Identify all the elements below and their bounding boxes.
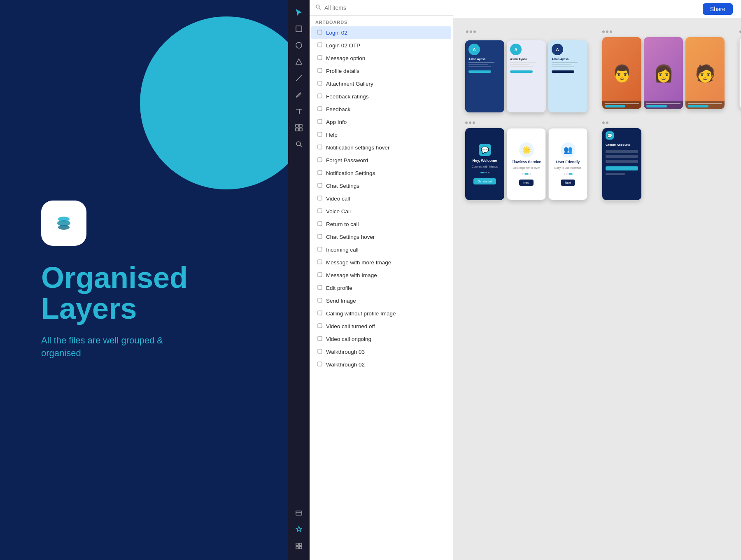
svg-rect-32	[318, 170, 322, 175]
svg-rect-28	[318, 119, 322, 124]
artboard-item[interactable]: Feedback ratings	[311, 90, 451, 103]
artboard-item[interactable]: App Info	[311, 116, 451, 128]
artboard-label: Chat Settings hover	[326, 234, 375, 240]
decorative-circle	[140, 16, 288, 189]
artboard-item[interactable]: Chat Settings	[311, 180, 451, 192]
svg-rect-22	[318, 43, 322, 47]
artboard-item[interactable]: Help	[311, 128, 451, 141]
svg-line-20	[319, 8, 321, 10]
search-panel-icon[interactable]	[291, 137, 306, 152]
artboard-label: Walkthrough 02	[326, 362, 365, 368]
artboard-item[interactable]: Forget Password	[311, 154, 451, 167]
share-button[interactable]: Share	[703, 3, 733, 15]
artboard-label: Notification Settings	[326, 170, 375, 176]
artboard-item[interactable]: Login 02 OTP	[311, 39, 451, 52]
svg-rect-25	[318, 81, 322, 85]
artboard-label: Edit profile	[326, 285, 352, 291]
artboard-item[interactable]: Message with more Image	[311, 256, 451, 269]
artboard-item[interactable]: Message with Image	[311, 269, 451, 282]
artboard-item[interactable]: Video call ongoing	[311, 333, 451, 345]
phone-photo-2: 👩	[644, 37, 683, 109]
svg-point-3	[58, 225, 70, 230]
artboard-icon	[317, 323, 323, 330]
component-icon[interactable]	[291, 120, 306, 135]
svg-rect-47	[318, 362, 322, 366]
artboard-item[interactable]: Feedback	[311, 103, 451, 116]
svg-rect-16	[299, 543, 302, 546]
artboard-icon	[317, 361, 323, 368]
artboard-item[interactable]: Incoming call	[311, 243, 451, 256]
artboard-item[interactable]: Video call turned off	[311, 320, 451, 333]
search-input[interactable]	[324, 5, 447, 11]
svg-point-11	[296, 142, 301, 146]
svg-rect-17	[296, 546, 298, 549]
artboard-label: Send Image	[326, 298, 356, 304]
artboard-icon	[317, 348, 323, 355]
artboard-icon	[317, 221, 323, 228]
svg-rect-41	[318, 285, 322, 289]
artboard-item[interactable]: Message option	[311, 52, 451, 65]
svg-rect-46	[318, 349, 322, 353]
artboard-label: Video call turned off	[326, 323, 375, 329]
artboard-item[interactable]: Notification settings hover	[311, 141, 451, 154]
artboard-item[interactable]: Login 02	[311, 26, 451, 39]
artboard-icon	[317, 119, 323, 126]
assets-icon[interactable]	[291, 522, 306, 537]
artboard-item[interactable]: Return to call	[311, 218, 451, 231]
svg-rect-10	[299, 128, 302, 131]
svg-rect-24	[318, 68, 322, 72]
svg-rect-45	[318, 336, 322, 341]
svg-rect-8	[299, 124, 302, 127]
artboard-item[interactable]: Chat Settings hover	[311, 231, 451, 243]
canvas[interactable]: A Aslan Ayasa A	[453, 18, 741, 560]
phone-onboard-3: 👥 User Friendly Easy to use interface Ne…	[548, 128, 587, 200]
canvas-row-2: 💬 Hey, Welcome Connect with friends Get …	[465, 121, 729, 200]
artboard-item[interactable]: Profile details	[311, 65, 451, 77]
artboard-item[interactable]: Walkthrough 03	[311, 345, 451, 358]
svg-rect-36	[318, 222, 322, 226]
artboard-item[interactable]: Walkthrough 02	[311, 358, 451, 371]
svg-rect-42	[318, 298, 322, 302]
triangle-icon[interactable]	[291, 54, 306, 69]
artboard-label: Message with Image	[326, 272, 377, 278]
svg-rect-26	[318, 94, 322, 98]
artboard-icon	[317, 106, 323, 113]
artboard-icon	[317, 93, 323, 100]
artboard-label: Help	[326, 132, 338, 138]
svg-rect-29	[318, 132, 322, 136]
artboard-label: Notification settings hover	[326, 145, 390, 151]
svg-rect-33	[318, 183, 322, 187]
svg-rect-30	[318, 145, 322, 149]
line-icon[interactable]	[291, 71, 306, 86]
phone-onboard-1: 💬 Hey, Welcome Connect with friends Get …	[465, 128, 504, 200]
artboard-label: Feedback	[326, 106, 350, 112]
artboard-icon	[317, 170, 323, 177]
artboard-icon	[317, 131, 323, 138]
artboard-item[interactable]: Video call	[311, 192, 451, 205]
svg-rect-39	[318, 260, 322, 264]
artboard-icon	[317, 285, 323, 292]
text-icon[interactable]	[291, 104, 306, 119]
artboard-item[interactable]: Edit profile	[311, 282, 451, 294]
artboard-item[interactable]: Voice Call	[311, 205, 451, 218]
artboard-icon	[317, 182, 323, 189]
artboard-icon	[317, 29, 323, 36]
ellipse-icon[interactable]	[291, 38, 306, 53]
svg-point-5	[296, 42, 302, 48]
artboard-item[interactable]: Calling without profile Image	[311, 307, 451, 320]
subheading: All the files are well grouped & organis…	[41, 334, 181, 360]
artboard-item[interactable]: Notification Settings	[311, 167, 451, 180]
cursor-icon[interactable]	[291, 5, 306, 20]
layers-panel-icon[interactable]	[291, 506, 306, 520]
artboard-item[interactable]: Send Image	[311, 294, 451, 307]
artboard-item[interactable]: Attachment Gallery	[311, 77, 451, 90]
frame-icon[interactable]	[291, 21, 306, 36]
svg-rect-40	[318, 273, 322, 277]
pen-icon[interactable]	[291, 87, 306, 102]
svg-rect-15	[296, 543, 298, 546]
plugins-icon[interactable]	[291, 539, 306, 553]
svg-rect-9	[296, 128, 298, 131]
svg-rect-18	[299, 546, 302, 549]
artboard-icon	[317, 80, 323, 87]
artboard-label: Message with more Image	[326, 259, 391, 266]
